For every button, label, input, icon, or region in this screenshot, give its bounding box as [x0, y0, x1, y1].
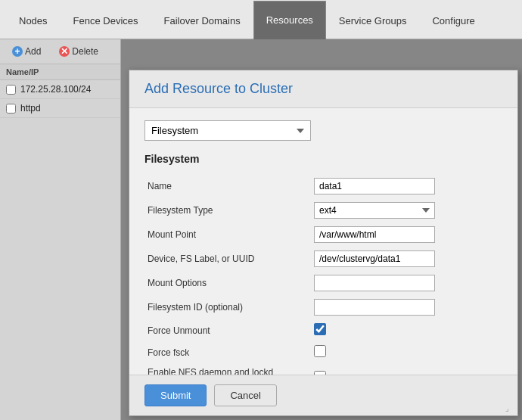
field-input-fs-id[interactable] [314, 299, 435, 316]
list-item-checkbox-0[interactable] [6, 85, 16, 95]
list-item-label-0: 172.25.28.100/24 [20, 84, 91, 95]
modal-header: Add Resource to Cluster [129, 70, 517, 108]
field-checkbox-force-fsck[interactable] [314, 345, 326, 357]
field-label-enable-nfs: Enable NFS daemon and lockd workaround [144, 363, 311, 375]
list-header: Name/IP [0, 64, 120, 80]
field-row-enable-nfs: Enable NFS daemon and lockd workaround [144, 363, 502, 375]
tab-service-groups[interactable]: Service Groups [326, 1, 420, 39]
left-panel: + Add ✕ Delete Name/IP 172.25.28.100/24 … [0, 39, 121, 420]
nav-bar: Nodes Fence Devices Failover Domains Res… [0, 0, 522, 39]
add-icon: + [12, 46, 23, 57]
modal-body: Filesystem IP Address Script NFS Mount N… [129, 108, 517, 375]
list-item[interactable]: 172.25.28.100/24 [0, 80, 120, 99]
section-title: Filesystem [144, 153, 502, 165]
field-label-fs-id: Filesystem ID (optional) [144, 295, 311, 319]
list-item-checkbox-1[interactable] [6, 104, 16, 114]
add-label: Add [25, 46, 41, 57]
add-button[interactable]: + Add [6, 44, 47, 59]
list-item-label-1: httpd [20, 103, 41, 114]
field-label-device: Device, FS Label, or UUID [144, 247, 311, 271]
modal-overlay: Add Resource to Cluster Filesystem IP Ad… [121, 39, 522, 420]
resource-type-select[interactable]: Filesystem IP Address Script NFS Mount N… [144, 120, 311, 141]
tab-nodes[interactable]: Nodes [6, 1, 61, 39]
field-input-name[interactable] [314, 178, 435, 194]
modal: Add Resource to Cluster Filesystem IP Ad… [129, 70, 518, 416]
field-checkbox-force-unmount[interactable] [314, 323, 326, 335]
field-label-force-fsck: Force fsck [144, 341, 311, 363]
field-label-mount-options: Mount Options [144, 271, 311, 295]
field-input-mount-point[interactable] [314, 226, 435, 243]
field-label-name: Name [144, 174, 311, 198]
field-input-device[interactable] [314, 250, 435, 267]
modal-title: Add Resource to Cluster [144, 81, 502, 97]
modal-footer: Submit Cancel [129, 375, 517, 415]
field-input-mount-options[interactable] [314, 275, 435, 291]
field-label-mount-point: Mount Point [144, 222, 311, 247]
tab-resources[interactable]: Resources [253, 1, 326, 39]
field-row-mount-options: Mount Options [144, 271, 502, 295]
field-row-fs-id: Filesystem ID (optional) [144, 295, 502, 319]
field-row-force-unmount: Force Unmount [144, 319, 502, 341]
tab-fence-devices[interactable]: Fence Devices [61, 1, 151, 39]
field-select-fs-type[interactable]: ext4 ext3 ext2 xfs btrfs [314, 202, 435, 219]
toolbar: + Add ✕ Delete [0, 39, 120, 64]
list-item[interactable]: httpd [0, 99, 120, 118]
field-row-mount-point: Mount Point [144, 222, 502, 247]
resize-handle[interactable]: ⌟ [505, 405, 514, 414]
form-table: Name Filesystem Type ext4 ext3 ext2 xfs … [144, 174, 502, 375]
field-row-fs-type: Filesystem Type ext4 ext3 ext2 xfs btrfs [144, 198, 502, 222]
field-row-name: Name [144, 174, 502, 198]
delete-icon: ✕ [59, 46, 70, 57]
delete-label: Delete [72, 46, 98, 57]
field-row-force-fsck: Force fsck [144, 341, 502, 363]
field-label-fs-type: Filesystem Type [144, 198, 311, 222]
field-label-force-unmount: Force Unmount [144, 319, 311, 341]
submit-button[interactable]: Submit [144, 384, 207, 406]
tab-configure[interactable]: Configure [419, 1, 487, 39]
delete-button[interactable]: ✕ Delete [53, 44, 104, 59]
cancel-button[interactable]: Cancel [214, 384, 276, 406]
tab-failover-domains[interactable]: Failover Domains [151, 1, 253, 39]
field-row-device: Device, FS Label, or UUID [144, 247, 502, 271]
